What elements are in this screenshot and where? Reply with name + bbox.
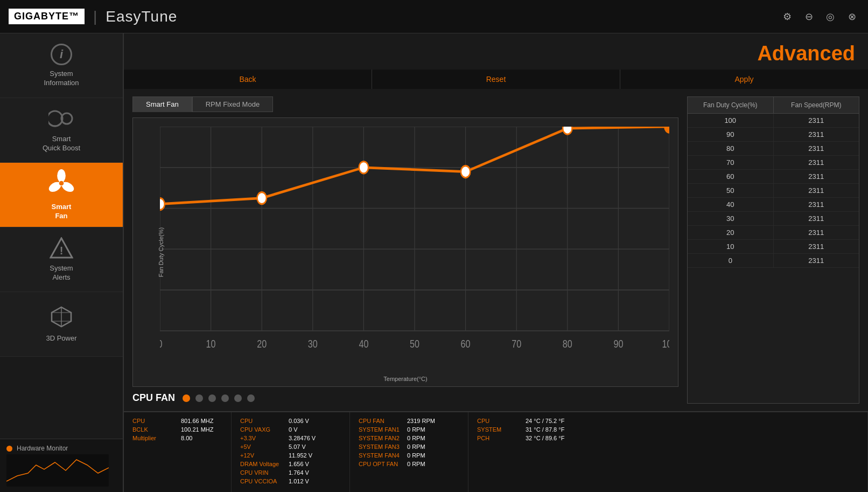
- fan-dot-3[interactable]: [221, 394, 229, 402]
- table-row: 50 2311: [688, 184, 859, 198]
- svg-text:0: 0: [160, 338, 163, 350]
- fan-dot-1[interactable]: [195, 394, 203, 402]
- svg-text:40: 40: [359, 338, 368, 350]
- hw-fan-key-4: SYSTEM FAN4: [359, 452, 402, 459]
- hw-volt-row-6: CPU VRIN 1.764 V: [240, 469, 341, 476]
- rpm-cell: 2311: [774, 156, 859, 169]
- fan-chart-svg[interactable]: 0 20 40 60 80 100 0 10 20 30 40 50 60: [160, 127, 669, 365]
- rpm-cell: 2311: [774, 128, 859, 141]
- duty-cell: 30: [688, 212, 774, 225]
- hw-cpu-key-1: BCLK: [132, 426, 176, 433]
- content-area: Advanced Back Reset Apply Smart Fan RPM …: [124, 33, 868, 492]
- header: GIGABYTE™ | EasyTune ⚙ ⊖ ◎ ⊗: [0, 0, 868, 33]
- hw-volt-val-3: 5.07 V: [289, 444, 306, 450]
- table-row: 30 2311: [688, 212, 859, 226]
- svg-text:90: 90: [613, 338, 623, 350]
- smart-fan-icon: [47, 169, 75, 199]
- svg-point-54[interactable]: [664, 127, 669, 133]
- fan-selector-row: CPU FAN: [132, 392, 678, 404]
- svg-rect-14: [6, 454, 109, 487]
- hw-voltage-section: CPU 0.036 V CPU VAXG 0 V +3.3V 3.28476 V…: [232, 412, 350, 492]
- hw-temp-key-0: CPU: [477, 418, 520, 424]
- fan-dot-5[interactable]: [247, 394, 255, 402]
- hw-temp-val-2: 32 °C / 89.6 °F: [526, 435, 564, 441]
- apply-button[interactable]: Apply: [620, 70, 868, 89]
- hw-fan-row-2: SYSTEM FAN2 0 RPM: [359, 435, 459, 441]
- sidebar-item-smart-quick-boost[interactable]: SmartQuick Boost: [0, 98, 123, 163]
- duty-cell: 20: [688, 226, 774, 239]
- table-row: 70 2311: [688, 156, 859, 170]
- hw-fan-section: CPU FAN 2319 RPM SYSTEM FAN1 0 RPM SYSTE…: [350, 412, 468, 492]
- hw-cpu-val-0: 801.66 MHZ: [181, 418, 214, 424]
- col-header-rpm: Fan Speed(RPM): [774, 97, 859, 113]
- rpm-cell: 2311: [774, 142, 859, 155]
- back-button[interactable]: Back: [124, 70, 372, 89]
- header-divider: |: [93, 8, 97, 25]
- table-row: 100 2311: [688, 114, 859, 128]
- svg-point-52[interactable]: [461, 166, 470, 178]
- chart-x-label: Temperature(°C): [383, 376, 427, 382]
- fan-dot-2[interactable]: [208, 394, 216, 402]
- mode-tabs: Smart Fan RPM Fixed Mode: [132, 96, 678, 112]
- active-left-bar: [0, 163, 2, 227]
- hw-volt-key-6: CPU VRIN: [240, 469, 283, 476]
- restore-button[interactable]: ◎: [823, 9, 838, 24]
- svg-text:50: 50: [410, 338, 419, 350]
- svg-point-49[interactable]: [160, 198, 165, 210]
- table-row: 60 2311: [688, 170, 859, 184]
- chart-container: Fan Duty Cycle(%) Temperature(°C): [132, 117, 678, 387]
- hw-fan-key-3: SYSTEM FAN3: [359, 444, 402, 450]
- rpm-cell: 2311: [774, 254, 859, 267]
- sidebar-item-label-sqb: SmartQuick Boost: [43, 135, 80, 153]
- sidebar-item-smart-fan[interactable]: SmartFan: [0, 163, 123, 227]
- hw-cpu-row-2: Multiplier 8.00: [132, 435, 222, 441]
- svg-point-50[interactable]: [257, 192, 266, 204]
- svg-text:80: 80: [563, 338, 572, 350]
- tab-rpm-fixed[interactable]: RPM Fixed Mode: [192, 96, 273, 112]
- duty-cell: 40: [688, 198, 774, 211]
- sidebar-item-3d-power[interactable]: 3D Power: [0, 292, 123, 357]
- gigabyte-logo: GIGABYTE™: [9, 9, 85, 24]
- hw-volt-val-7: 1.012 V: [289, 478, 309, 484]
- duty-cell: 100: [688, 114, 774, 127]
- svg-point-53[interactable]: [563, 127, 572, 134]
- hw-fan-row-3: SYSTEM FAN3 0 RPM: [359, 444, 459, 450]
- hw-volt-row-3: +5V 5.07 V: [240, 444, 341, 450]
- sidebar-item-system-alerts[interactable]: ! SystemAlerts: [0, 227, 123, 292]
- hw-volt-val-6: 1.764 V: [289, 469, 309, 476]
- sidebar-item-system-information[interactable]: i System Information: [0, 33, 123, 98]
- duty-cell: 80: [688, 142, 774, 155]
- hw-volt-key-7: CPU VCCIOA: [240, 478, 283, 484]
- tab-smart-fan[interactable]: Smart Fan: [132, 96, 192, 112]
- svg-text:60: 60: [461, 338, 471, 350]
- hw-label: Hardware Monitor: [17, 445, 68, 452]
- hw-fan-row-4: SYSTEM FAN4 0 RPM: [359, 452, 459, 459]
- hw-volt-key-1: CPU VAXG: [240, 426, 283, 433]
- header-controls: ⚙ ⊖ ◎ ⊗: [780, 9, 859, 24]
- hw-temp-section: CPU 24 °C / 75.2 °F SYSTEM 31 °C / 87.8 …: [468, 412, 868, 492]
- hw-temp-key-2: PCH: [477, 435, 520, 441]
- minimize-button[interactable]: ⊖: [801, 9, 816, 24]
- fan-dot-0[interactable]: [183, 394, 190, 402]
- header-title: EasyTune: [106, 8, 177, 25]
- fan-dot-4[interactable]: [234, 394, 242, 402]
- table-row: 0 2311: [688, 254, 859, 268]
- hw-cpu-val-2: 8.00: [181, 435, 192, 441]
- close-button[interactable]: ⊗: [844, 9, 859, 24]
- hardware-monitor-sidebar: Hardware Monitor: [0, 439, 123, 492]
- header-left: GIGABYTE™ | EasyTune: [9, 8, 177, 25]
- reset-button[interactable]: Reset: [372, 70, 620, 89]
- duty-cell: 70: [688, 156, 774, 169]
- fan-control: Smart Fan RPM Fixed Mode Fan Duty Cycle(…: [124, 89, 868, 411]
- main-layout: i System Information SmartQuick Boost: [0, 33, 868, 492]
- hw-temp-val-1: 31 °C / 87.8 °F: [526, 426, 564, 433]
- hw-cpu-val-1: 100.21 MHZ: [181, 426, 214, 433]
- hw-temp-row-1: SYSTEM 31 °C / 87.8 °F: [477, 426, 859, 433]
- settings-button[interactable]: ⚙: [780, 9, 795, 24]
- svg-point-51[interactable]: [359, 162, 368, 174]
- rpm-cell: 2311: [774, 226, 859, 239]
- hw-volt-val-1: 0 V: [289, 426, 298, 433]
- advanced-title: Advanced: [124, 33, 868, 70]
- hw-fan-key-2: SYSTEM FAN2: [359, 435, 402, 441]
- hw-fan-val-2: 0 RPM: [407, 435, 425, 441]
